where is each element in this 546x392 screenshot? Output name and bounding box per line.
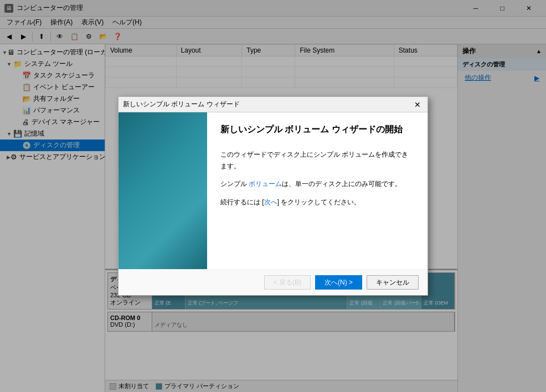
modal-paragraph-2: シンプル ボリュームは、単一のディスク上にのみ可能です。 xyxy=(220,178,414,189)
modal-link-next[interactable]: 次へ xyxy=(264,198,277,206)
modal-title: 新しいシンプル ボリューム ウィザード xyxy=(123,100,240,109)
modal-main-title: 新しいシンプル ボリューム ウィザードの開始 xyxy=(220,123,414,136)
modal-link-volume[interactable]: ボリューム xyxy=(249,180,282,188)
next-button[interactable]: 次へ(N) > xyxy=(315,275,362,290)
cancel-button[interactable]: キャンセル xyxy=(367,275,419,290)
modal-text-p3a: 続行するには [ xyxy=(220,198,264,206)
modal-text-p3b: ] をクリックしてください。 xyxy=(277,198,361,206)
wizard-modal: 新しいシンプル ボリューム ウィザード ✕ 新しいシンプル ボリューム ウィザー… xyxy=(118,96,428,296)
modal-paragraph-1: このウィザードでディスク上にシンプル ボリュームを作成できます。 xyxy=(220,149,414,172)
modal-footer: < 戻る(B) 次へ(N) > キャンセル xyxy=(119,269,427,295)
modal-title-bar: 新しいシンプル ボリューム ウィザード ✕ xyxy=(119,97,427,112)
modal-paragraph-3: 続行するには [次へ] をクリックしてください。 xyxy=(220,197,414,208)
modal-graphic xyxy=(119,112,207,269)
modal-content: 新しいシンプル ボリューム ウィザードの開始 このウィザードでディスク上にシンプ… xyxy=(207,112,427,269)
modal-text-part2: は、単一のディスク上にのみ可能です。 xyxy=(282,180,401,188)
modal-body: 新しいシンプル ボリューム ウィザードの開始 このウィザードでディスク上にシンプ… xyxy=(119,112,427,269)
back-button[interactable]: < 戻る(B) xyxy=(264,275,311,290)
modal-close-button[interactable]: ✕ xyxy=(412,99,423,110)
modal-overlay: 新しいシンプル ボリューム ウィザード ✕ 新しいシンプル ボリューム ウィザー… xyxy=(0,0,546,392)
modal-text-part1: シンプル xyxy=(220,180,249,188)
